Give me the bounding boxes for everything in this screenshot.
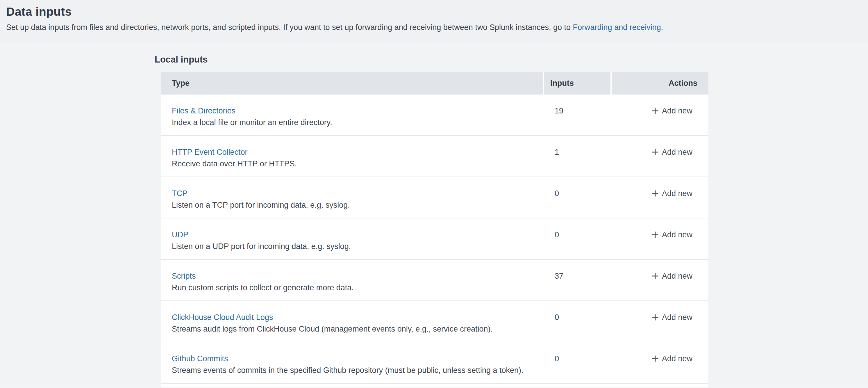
table-row: Github Commits Streams events of commits…: [161, 342, 708, 384]
type-cell: Github Commits Streams events of commits…: [161, 342, 544, 383]
input-type-link[interactable]: HTTP Event Collector: [172, 146, 248, 158]
forwarding-and-receiving-link[interactable]: Forwarding and receiving: [573, 23, 661, 32]
type-cell: TCP Listen on a TCP port for incoming da…: [161, 177, 544, 218]
inputs-count-cell: 0: [544, 177, 612, 218]
inputs-count: 0: [555, 189, 559, 198]
plus-icon: [651, 314, 659, 321]
table-row: TCP Listen on a TCP port for incoming da…: [161, 177, 708, 218]
actions-cell: Add new: [612, 94, 708, 135]
add-new-button[interactable]: Add new: [651, 311, 692, 323]
add-new-label: Add new: [662, 148, 692, 157]
plus-icon: [651, 190, 659, 197]
add-new-label: Add new: [662, 230, 692, 239]
add-new-button[interactable]: Add new: [651, 270, 692, 282]
actions-cell: Add new: [612, 218, 708, 259]
input-type-description: Listen on a UDP port for incoming data, …: [172, 241, 544, 252]
inputs-count: 19: [555, 107, 563, 115]
add-new-label: Add new: [662, 107, 692, 116]
inputs-count-cell: 1: [544, 136, 612, 177]
inputs-count-cell: 0: [544, 342, 612, 383]
inputs-count-cell: 19: [544, 94, 612, 135]
inputs-count-cell: 37: [544, 260, 612, 300]
input-type-link[interactable]: Github Commits: [172, 353, 228, 364]
next-row-partial: [161, 384, 708, 387]
plus-icon: [651, 355, 659, 362]
plus-icon: [651, 231, 659, 239]
column-header-type: Type: [161, 72, 543, 94]
actions-cell: Add new: [612, 342, 708, 383]
type-cell: HTTP Event Collector Receive data over H…: [161, 136, 544, 177]
add-new-button[interactable]: Add new: [651, 146, 692, 158]
actions-cell: Add new: [612, 301, 708, 342]
input-type-description: Streams events of commits in the specifi…: [172, 364, 544, 376]
input-type-link[interactable]: TCP: [172, 188, 187, 199]
add-new-button[interactable]: Add new: [651, 188, 692, 199]
add-new-button[interactable]: Add new: [651, 353, 692, 364]
page-subtitle-suffix: .: [661, 23, 663, 32]
add-new-button[interactable]: Add new: [651, 229, 692, 241]
page-title: Data inputs: [6, 4, 861, 19]
input-type-description: Run custom scripts to collect or generat…: [172, 282, 544, 294]
inputs-count-cell: 0: [544, 301, 612, 342]
plus-icon: [651, 148, 659, 156]
inputs-count: 0: [555, 354, 559, 363]
type-cell: UDP Listen on a UDP port for incoming da…: [161, 218, 544, 259]
actions-cell: Add new: [612, 136, 708, 177]
input-type-description: Index a local file or monitor an entire …: [172, 117, 544, 128]
input-type-description: Receive data over HTTP or HTTPS.: [172, 158, 544, 170]
main-content: Local inputs Type Inputs Actions Files &…: [0, 42, 868, 387]
table-row: Files & Directories Index a local file o…: [161, 94, 708, 136]
inputs-count: 0: [555, 230, 559, 239]
input-type-link[interactable]: UDP: [172, 229, 188, 241]
input-type-description: Listen on a TCP port for incoming data, …: [172, 199, 544, 211]
add-new-label: Add new: [662, 313, 692, 322]
page-header: Data inputs Set up data inputs from file…: [0, 0, 868, 42]
actions-cell: Add new: [612, 260, 708, 300]
input-type-description: Streams audit logs from ClickHouse Cloud…: [172, 323, 544, 335]
input-type-link[interactable]: ClickHouse Cloud Audit Logs: [172, 311, 273, 323]
input-type-link[interactable]: Files & Directories: [172, 105, 236, 117]
page-subtitle: Set up data inputs from files and direct…: [6, 22, 861, 32]
add-new-label: Add new: [662, 354, 692, 363]
inputs-count: 37: [555, 272, 563, 280]
table-row: ClickHouse Cloud Audit Logs Streams audi…: [161, 301, 708, 342]
plus-icon: [651, 272, 659, 280]
add-new-label: Add new: [662, 272, 692, 281]
input-type-link[interactable]: Scripts: [172, 270, 196, 282]
table-row: Scripts Run custom scripts to collect or…: [161, 260, 708, 301]
plus-icon: [651, 107, 659, 115]
add-new-label: Add new: [662, 189, 692, 198]
table-row: HTTP Event Collector Receive data over H…: [161, 136, 708, 177]
inputs-count-cell: 0: [544, 218, 612, 259]
type-cell: ClickHouse Cloud Audit Logs Streams audi…: [161, 301, 544, 342]
local-inputs-table: Type Inputs Actions Files & Directories …: [161, 72, 708, 387]
page-subtitle-text: Set up data inputs from files and direct…: [6, 23, 573, 32]
type-cell: Scripts Run custom scripts to collect or…: [161, 260, 544, 300]
type-cell: Files & Directories Index a local file o…: [161, 94, 544, 135]
column-header-inputs: Inputs: [544, 72, 611, 94]
column-header-actions: Actions: [612, 72, 708, 94]
table-body: Files & Directories Index a local file o…: [161, 94, 708, 384]
local-inputs-heading: Local inputs: [155, 42, 868, 65]
add-new-button[interactable]: Add new: [651, 105, 692, 117]
table-header-row: Type Inputs Actions: [161, 72, 708, 94]
inputs-count: 0: [555, 313, 559, 322]
inputs-count: 1: [555, 148, 559, 156]
actions-cell: Add new: [612, 177, 708, 218]
table-row: UDP Listen on a UDP port for incoming da…: [161, 218, 708, 260]
